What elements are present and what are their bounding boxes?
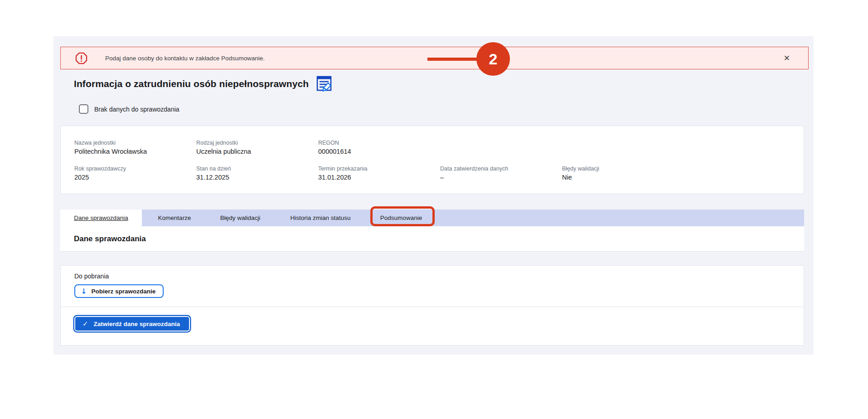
no-data-checkbox-row: Brak danych do sprawozdania <box>79 104 179 114</box>
main-content-panel: Podaj dane osoby do kontaktu w zakładce … <box>53 36 814 355</box>
field-value: 31.01.2026 <box>318 174 440 181</box>
field-rodzaj-jednostki: Rodzaj jednostki Uczelnia publiczna <box>196 140 318 155</box>
no-data-checkbox[interactable] <box>79 104 88 114</box>
field-value: – <box>440 174 562 181</box>
field-value: 000001614 <box>318 148 440 155</box>
tab-historia-zmian-statusu[interactable]: Historia zmian statusu <box>273 210 368 226</box>
download-section: Do pobrania ↓ Pobierz sprawozdanie <box>61 266 804 307</box>
field-label: Błędy walidacji <box>562 166 684 172</box>
error-octagon-icon <box>75 52 87 64</box>
field-label: Rok sprawozdawczy <box>74 166 196 172</box>
download-arrow-icon: ↓ <box>81 287 87 296</box>
report-info-card: Nazwa jednostki Politechnika Wrocławska … <box>60 126 804 194</box>
field-stan-na-dzien: Stan na dzień 31.12.2025 <box>196 166 318 181</box>
field-value: 31.12.2025 <box>196 174 318 181</box>
tab-content-header: Dane sprawozdania <box>60 226 804 252</box>
tab-label: Błędy walidacji <box>220 214 261 221</box>
annotation-pointer-line <box>427 58 479 61</box>
field-nazwa-jednostki: Nazwa jednostki Politechnika Wrocławska <box>74 140 196 155</box>
section-heading: Dane sprawozdania <box>74 234 146 244</box>
field-label: REGON <box>318 140 440 146</box>
field-label: Stan na dzień <box>196 166 318 172</box>
tab-komentarze[interactable]: Komentarze <box>142 210 207 226</box>
annotation-highlight-rect-podsumowanie <box>370 206 435 226</box>
edit-report-icon[interactable] <box>316 75 337 93</box>
field-regon: REGON 000001614 <box>318 140 440 155</box>
alert-message: Podaj dane osoby do kontaktu w zakładce … <box>105 55 265 62</box>
field-bledy-walidacji: Błędy walidacji Nie <box>562 166 684 181</box>
field-label: Termin przekazania <box>318 166 440 172</box>
field-label: Rodzaj jednostki <box>196 140 318 146</box>
approve-section: ✓ Zatwierdź dane sprawozdania <box>61 307 804 331</box>
download-button-label: Pobierz sprawozdanie <box>91 288 155 295</box>
field-value: 2025 <box>74 174 196 181</box>
checkmark-icon: ✓ <box>82 320 88 328</box>
field-rok-sprawozdawczy: Rok sprawozdawczy 2025 <box>74 166 196 181</box>
tab-label: Historia zmian statusu <box>291 214 351 221</box>
no-data-checkbox-label: Brak danych do sprawozdania <box>94 106 179 113</box>
annotation-step-number: 2 <box>489 50 498 68</box>
download-report-button[interactable]: ↓ Pobierz sprawozdanie <box>74 284 164 298</box>
tab-label: Komentarze <box>158 214 191 221</box>
field-value: Nie <box>562 174 684 181</box>
download-label: Do pobrania <box>74 273 804 280</box>
approve-button-label: Zatwierdź dane sprawozdania <box>94 321 180 327</box>
alert-close-button[interactable]: ✕ <box>784 54 790 63</box>
report-actions-card: Do pobrania ↓ Pobierz sprawozdanie ✓ Zat… <box>60 265 804 346</box>
approve-report-data-button[interactable]: ✓ Zatwierdź dane sprawozdania <box>74 316 190 331</box>
tab-bledy-walidacji[interactable]: Błędy walidacji <box>207 210 273 226</box>
field-value: Politechnika Wrocławska <box>74 148 196 155</box>
field-data-zatwierdzenia: Data zatwierdzenia danych – <box>440 166 562 181</box>
field-label: Data zatwierdzenia danych <box>440 166 562 172</box>
report-info-row-2: Rok sprawozdawczy 2025 Stan na dzień 31.… <box>74 166 804 181</box>
field-value: Uczelnia publiczna <box>196 148 318 155</box>
report-info-row-1: Nazwa jednostki Politechnika Wrocławska … <box>74 140 804 155</box>
tab-dane-sprawozdania[interactable]: Dane sprawozdania <box>60 210 142 226</box>
page-title-row: Informacja o zatrudnieniu osób niepełnos… <box>74 75 337 93</box>
annotation-step-badge: 2 <box>476 42 510 76</box>
page-title: Informacja o zatrudnieniu osób niepełnos… <box>74 78 309 89</box>
tab-label: Dane sprawozdania <box>74 214 128 221</box>
field-termin-przekazania: Termin przekazania 31.01.2026 <box>318 166 440 181</box>
field-label: Nazwa jednostki <box>74 140 196 146</box>
